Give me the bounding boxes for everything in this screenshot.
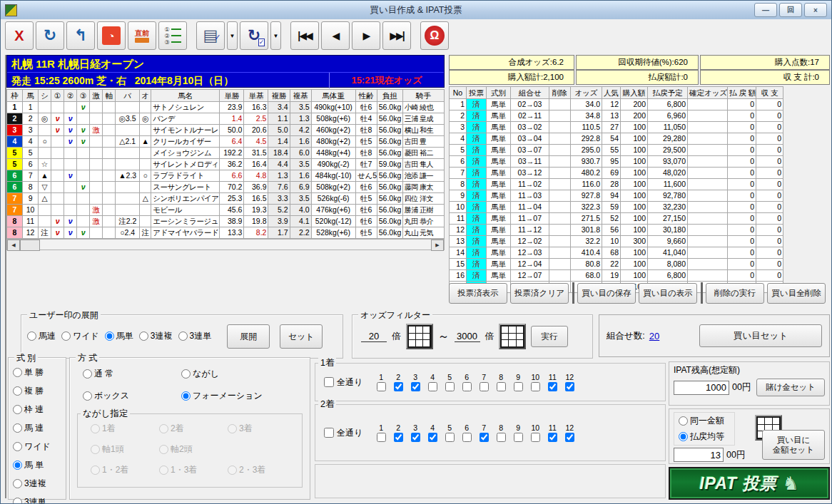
- stake-set-button[interactable]: 賭け金セット: [756, 379, 825, 396]
- minimize-button[interactable]: —: [754, 3, 777, 17]
- bet-type-radio[interactable]: 馬 連: [13, 422, 60, 434]
- ipat-vote-button[interactable]: IPAT 投票 ♞: [669, 467, 830, 500]
- horse-row[interactable]: 11νサトノシュレン23.916.33.43.5490kg(+10)牡656.0…: [7, 102, 445, 113]
- second-all-checkbox[interactable]: 全通り: [321, 426, 362, 440]
- first-horse-8-checkbox[interactable]: 8: [492, 373, 509, 391]
- first-horse-1-checkbox[interactable]: 1: [372, 373, 390, 391]
- second-horse-5-checkbox[interactable]: 5: [441, 423, 458, 442]
- user-mark-radio[interactable]: ワイド: [61, 330, 99, 342]
- odds-min-value[interactable]: 20: [361, 331, 387, 342]
- first-horse-6-checkbox[interactable]: 6: [458, 373, 475, 391]
- horse-table-hscrollbar[interactable]: ◀ ▶: [6, 239, 445, 250]
- bet-row[interactable]: 5済馬単03→07295.05510029,50000: [450, 145, 783, 156]
- scroll-left-icon[interactable]: ◀: [7, 240, 20, 251]
- amount-input[interactable]: [674, 448, 724, 462]
- second-horse-8-checkbox[interactable]: 8: [492, 423, 509, 442]
- first-horse-9-checkbox[interactable]: 9: [509, 373, 527, 391]
- second-horse-11-checkbox[interactable]: 11: [544, 423, 561, 442]
- amount-mode-radio[interactable]: 同一金額: [679, 415, 724, 427]
- bet-type-radio[interactable]: 3連複: [13, 478, 60, 490]
- first-horse-3-checkbox[interactable]: 3: [407, 373, 424, 391]
- horse-row[interactable]: 79△△シンボリエンパイア25.316.53.33.5526kg(-6)牡556…: [7, 193, 445, 205]
- bet-row[interactable]: 16済馬単12→0768.0191006,80000: [450, 270, 783, 282]
- second-horse-3-checkbox[interactable]: 3: [407, 423, 424, 442]
- horse-row[interactable]: 55メイショウジンム192.231.518.46.0448kg(+4)牡856.…: [7, 148, 445, 159]
- nav-first-race-button[interactable]: |◀◀: [290, 21, 319, 50]
- bet-row[interactable]: 4済馬単03→04292.85410029,28000: [450, 133, 783, 145]
- balance-input[interactable]: [674, 381, 729, 395]
- bet-type-radio[interactable]: 複 勝: [13, 385, 60, 397]
- nav-last-race-button[interactable]: ▶▶|: [382, 21, 411, 50]
- amount-set-button[interactable]: 買い目に 金額セット: [762, 430, 825, 460]
- method-radio[interactable]: ボックス: [83, 390, 176, 402]
- first-horse-11-checkbox[interactable]: 11: [544, 373, 561, 391]
- horse-row[interactable]: 33ννν激サイモントルナーレ50.020.65.04.2460kg(+2)牡8…: [7, 125, 445, 136]
- scroll-thumb[interactable]: [20, 240, 40, 251]
- first-horse-5-checkbox[interactable]: 5: [441, 373, 458, 391]
- numpad-icon[interactable]: [406, 324, 433, 349]
- first-horse-4-checkbox[interactable]: 4: [424, 373, 441, 391]
- second-horse-10-checkbox[interactable]: 10: [527, 423, 544, 442]
- second-horse-1-checkbox[interactable]: 1: [372, 423, 390, 442]
- sync-vote-button[interactable]: ↻✓: [240, 21, 268, 50]
- user-mark-radio[interactable]: 3連複: [139, 330, 173, 342]
- close-button[interactable]: ×: [804, 3, 827, 17]
- sync-vote-dropdown[interactable]: ▼: [270, 21, 281, 50]
- bet-row[interactable]: 6済馬単03→11930.79510093,07000: [450, 156, 783, 168]
- undo-button[interactable]: ↰: [66, 21, 95, 50]
- reload-button[interactable]: ↻: [36, 21, 64, 50]
- filter-execute-button[interactable]: 実行: [531, 326, 568, 347]
- bet-row[interactable]: 10済馬単11→04322.35910032,23000: [450, 202, 783, 213]
- user-mark-radio[interactable]: 馬単: [105, 330, 133, 342]
- user-mark-radio[interactable]: 馬連: [27, 330, 56, 342]
- bet-type-radio[interactable]: 単 勝: [13, 366, 60, 379]
- bet-row[interactable]: 14済馬単12→03410.46810041,04000: [450, 247, 783, 259]
- first-horse-10-checkbox[interactable]: 10: [527, 373, 544, 391]
- maximize-button[interactable]: 回: [779, 3, 802, 17]
- bet-row[interactable]: 2済馬単02→1134.8132006,96000: [450, 110, 783, 122]
- report-button[interactable]: ◔: [97, 21, 126, 50]
- expand-button[interactable]: 展開: [227, 324, 270, 349]
- first-horse-2-checkbox[interactable]: 2: [390, 373, 407, 391]
- combination-count-value[interactable]: 20: [649, 331, 659, 341]
- method-radio[interactable]: ながし: [181, 368, 274, 380]
- set-button[interactable]: セット: [280, 324, 323, 349]
- scroll-right-icon[interactable]: ▶: [431, 240, 444, 251]
- horse-row[interactable]: 22◎νν◎3.5◎バンデ1.42.51.11.3508kg(+6)牡456.0…: [7, 113, 445, 125]
- second-horse-12-checkbox[interactable]: 12: [561, 423, 578, 442]
- bet-row[interactable]: 12済馬単11→12301.85610030,18000: [450, 225, 783, 236]
- method-radio[interactable]: 通 常: [83, 368, 176, 380]
- horse-row[interactable]: 67▲ν▲2.3○ラブラドライト6.64.81.31.6484kg(-10)せん…: [7, 170, 445, 182]
- execute-delete-button[interactable]: 削除の実行: [706, 283, 764, 304]
- marks-list-button[interactable]: ① ② ③: [158, 21, 187, 50]
- bet-row[interactable]: 7済馬単03→12480.26910048,02000: [450, 168, 783, 179]
- first-horse-12-checkbox[interactable]: 12: [561, 373, 578, 391]
- second-horse-7-checkbox[interactable]: 7: [475, 423, 492, 442]
- bet-sheet-button[interactable]: ▤✓: [196, 21, 225, 50]
- bet-type-radio[interactable]: 馬 単: [13, 459, 60, 471]
- horse-row[interactable]: 811νν激注2.2エーシンミラージュ38.919.83.94.1520kg(-…: [7, 216, 445, 227]
- horse-row[interactable]: 710激モビール45.619.35.24.0476kg(+6)牡656.0kg勝…: [7, 205, 445, 216]
- horse-row[interactable]: 44○νν△2.1▲クリールカイザー6.44.51.41.6480kg(+2)牡…: [7, 136, 445, 148]
- chokuzen-odds-button[interactable]: 直前: [128, 21, 156, 50]
- horse-row[interactable]: 68▽νスーサングレート70.236.97.66.9508kg(+2)牡656.…: [7, 182, 445, 193]
- bet-row[interactable]: 1済馬単02→0334.0122006,80000: [450, 99, 783, 110]
- save-bets-button[interactable]: 買い目の保存: [577, 283, 636, 304]
- bet-type-radio[interactable]: 枠 連: [13, 403, 60, 416]
- bet-row[interactable]: 11済馬単11→07271.55210027,15000: [450, 213, 783, 225]
- delete-all-bets-button[interactable]: 買い目全削除: [767, 283, 826, 304]
- bet-row[interactable]: 13済馬単12→0232.2103009,66000: [450, 236, 783, 247]
- first-all-checkbox[interactable]: 全通り: [321, 375, 362, 389]
- bet-row[interactable]: 3済馬単03→02110.52710011,05000: [450, 122, 783, 133]
- bet-type-radio[interactable]: 3連単: [13, 496, 60, 504]
- show-bets-button[interactable]: 買い目の表示: [639, 283, 697, 304]
- clear-voted-button[interactable]: 投票済クリア: [510, 283, 569, 304]
- bet-sheet-dropdown[interactable]: ▼: [227, 21, 238, 50]
- first-horse-7-checkbox[interactable]: 7: [475, 373, 492, 391]
- second-horse-9-checkbox[interactable]: 9: [509, 423, 527, 442]
- jra-button[interactable]: Ω: [420, 21, 449, 50]
- show-voted-button[interactable]: 投票済表示: [449, 283, 507, 304]
- numpad-icon[interactable]: [499, 324, 526, 349]
- bet-row[interactable]: 8済馬単11→02116.02810011,60000: [450, 179, 783, 190]
- bet-row[interactable]: 9済馬単11→03927.89410092,78000: [450, 190, 783, 202]
